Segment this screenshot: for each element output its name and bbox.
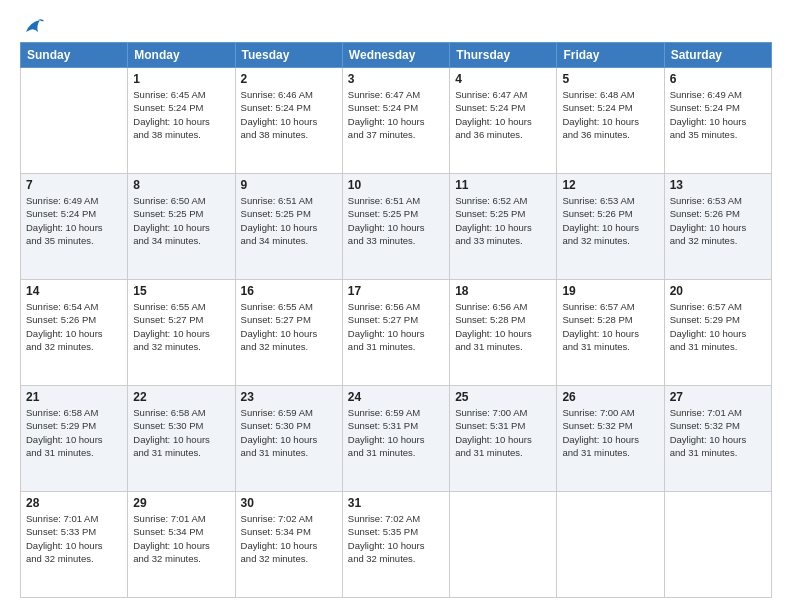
calendar-day-cell [450, 492, 557, 598]
calendar-day-cell: 15Sunrise: 6:55 AM Sunset: 5:27 PM Dayli… [128, 280, 235, 386]
day-info: Sunrise: 6:47 AM Sunset: 5:24 PM Dayligh… [348, 88, 444, 141]
day-number: 31 [348, 496, 444, 510]
calendar-day-cell: 28Sunrise: 7:01 AM Sunset: 5:33 PM Dayli… [21, 492, 128, 598]
calendar-weekday-tuesday: Tuesday [235, 43, 342, 68]
calendar-day-cell: 23Sunrise: 6:59 AM Sunset: 5:30 PM Dayli… [235, 386, 342, 492]
header [20, 18, 772, 32]
day-info: Sunrise: 7:02 AM Sunset: 5:34 PM Dayligh… [241, 512, 337, 565]
calendar-day-cell: 31Sunrise: 7:02 AM Sunset: 5:35 PM Dayli… [342, 492, 449, 598]
day-number: 26 [562, 390, 658, 404]
day-number: 16 [241, 284, 337, 298]
calendar-weekday-saturday: Saturday [664, 43, 771, 68]
calendar-day-cell: 10Sunrise: 6:51 AM Sunset: 5:25 PM Dayli… [342, 174, 449, 280]
day-number: 9 [241, 178, 337, 192]
day-number: 20 [670, 284, 766, 298]
day-info: Sunrise: 6:57 AM Sunset: 5:28 PM Dayligh… [562, 300, 658, 353]
day-number: 18 [455, 284, 551, 298]
calendar-day-cell: 1Sunrise: 6:45 AM Sunset: 5:24 PM Daylig… [128, 68, 235, 174]
day-number: 11 [455, 178, 551, 192]
calendar-week-row: 7Sunrise: 6:49 AM Sunset: 5:24 PM Daylig… [21, 174, 772, 280]
day-info: Sunrise: 6:54 AM Sunset: 5:26 PM Dayligh… [26, 300, 122, 353]
calendar-weekday-friday: Friday [557, 43, 664, 68]
calendar-day-cell: 20Sunrise: 6:57 AM Sunset: 5:29 PM Dayli… [664, 280, 771, 386]
calendar-day-cell: 2Sunrise: 6:46 AM Sunset: 5:24 PM Daylig… [235, 68, 342, 174]
day-info: Sunrise: 6:59 AM Sunset: 5:30 PM Dayligh… [241, 406, 337, 459]
day-info: Sunrise: 7:01 AM Sunset: 5:34 PM Dayligh… [133, 512, 229, 565]
day-number: 27 [670, 390, 766, 404]
day-info: Sunrise: 6:53 AM Sunset: 5:26 PM Dayligh… [670, 194, 766, 247]
calendar-week-row: 21Sunrise: 6:58 AM Sunset: 5:29 PM Dayli… [21, 386, 772, 492]
day-info: Sunrise: 6:59 AM Sunset: 5:31 PM Dayligh… [348, 406, 444, 459]
calendar-day-cell: 7Sunrise: 6:49 AM Sunset: 5:24 PM Daylig… [21, 174, 128, 280]
day-info: Sunrise: 6:51 AM Sunset: 5:25 PM Dayligh… [241, 194, 337, 247]
day-info: Sunrise: 7:00 AM Sunset: 5:31 PM Dayligh… [455, 406, 551, 459]
calendar-day-cell: 29Sunrise: 7:01 AM Sunset: 5:34 PM Dayli… [128, 492, 235, 598]
day-number: 28 [26, 496, 122, 510]
calendar-header-row: SundayMondayTuesdayWednesdayThursdayFrid… [21, 43, 772, 68]
calendar-day-cell: 9Sunrise: 6:51 AM Sunset: 5:25 PM Daylig… [235, 174, 342, 280]
day-info: Sunrise: 6:50 AM Sunset: 5:25 PM Dayligh… [133, 194, 229, 247]
day-info: Sunrise: 6:52 AM Sunset: 5:25 PM Dayligh… [455, 194, 551, 247]
day-number: 25 [455, 390, 551, 404]
calendar-week-row: 28Sunrise: 7:01 AM Sunset: 5:33 PM Dayli… [21, 492, 772, 598]
day-info: Sunrise: 6:57 AM Sunset: 5:29 PM Dayligh… [670, 300, 766, 353]
day-number: 5 [562, 72, 658, 86]
day-number: 19 [562, 284, 658, 298]
calendar-day-cell: 19Sunrise: 6:57 AM Sunset: 5:28 PM Dayli… [557, 280, 664, 386]
calendar-day-cell: 5Sunrise: 6:48 AM Sunset: 5:24 PM Daylig… [557, 68, 664, 174]
calendar-table: SundayMondayTuesdayWednesdayThursdayFrid… [20, 42, 772, 598]
calendar-day-cell: 8Sunrise: 6:50 AM Sunset: 5:25 PM Daylig… [128, 174, 235, 280]
logo [20, 18, 44, 32]
calendar-week-row: 14Sunrise: 6:54 AM Sunset: 5:26 PM Dayli… [21, 280, 772, 386]
day-number: 2 [241, 72, 337, 86]
day-info: Sunrise: 6:45 AM Sunset: 5:24 PM Dayligh… [133, 88, 229, 141]
calendar-day-cell: 6Sunrise: 6:49 AM Sunset: 5:24 PM Daylig… [664, 68, 771, 174]
calendar-weekday-thursday: Thursday [450, 43, 557, 68]
day-number: 29 [133, 496, 229, 510]
day-info: Sunrise: 6:51 AM Sunset: 5:25 PM Dayligh… [348, 194, 444, 247]
day-number: 12 [562, 178, 658, 192]
day-number: 8 [133, 178, 229, 192]
day-info: Sunrise: 6:48 AM Sunset: 5:24 PM Dayligh… [562, 88, 658, 141]
day-number: 10 [348, 178, 444, 192]
calendar-weekday-monday: Monday [128, 43, 235, 68]
calendar-day-cell: 11Sunrise: 6:52 AM Sunset: 5:25 PM Dayli… [450, 174, 557, 280]
day-number: 6 [670, 72, 766, 86]
calendar-day-cell: 21Sunrise: 6:58 AM Sunset: 5:29 PM Dayli… [21, 386, 128, 492]
day-info: Sunrise: 6:55 AM Sunset: 5:27 PM Dayligh… [133, 300, 229, 353]
day-info: Sunrise: 6:49 AM Sunset: 5:24 PM Dayligh… [26, 194, 122, 247]
day-number: 24 [348, 390, 444, 404]
day-info: Sunrise: 6:56 AM Sunset: 5:27 PM Dayligh… [348, 300, 444, 353]
calendar-day-cell: 4Sunrise: 6:47 AM Sunset: 5:24 PM Daylig… [450, 68, 557, 174]
calendar-day-cell: 12Sunrise: 6:53 AM Sunset: 5:26 PM Dayli… [557, 174, 664, 280]
calendar-day-cell: 14Sunrise: 6:54 AM Sunset: 5:26 PM Dayli… [21, 280, 128, 386]
day-number: 7 [26, 178, 122, 192]
day-number: 1 [133, 72, 229, 86]
calendar-day-cell: 18Sunrise: 6:56 AM Sunset: 5:28 PM Dayli… [450, 280, 557, 386]
day-info: Sunrise: 6:58 AM Sunset: 5:30 PM Dayligh… [133, 406, 229, 459]
day-number: 22 [133, 390, 229, 404]
day-info: Sunrise: 7:00 AM Sunset: 5:32 PM Dayligh… [562, 406, 658, 459]
calendar-day-cell: 22Sunrise: 6:58 AM Sunset: 5:30 PM Dayli… [128, 386, 235, 492]
calendar-day-cell [557, 492, 664, 598]
day-info: Sunrise: 6:46 AM Sunset: 5:24 PM Dayligh… [241, 88, 337, 141]
calendar-day-cell: 27Sunrise: 7:01 AM Sunset: 5:32 PM Dayli… [664, 386, 771, 492]
calendar-day-cell: 3Sunrise: 6:47 AM Sunset: 5:24 PM Daylig… [342, 68, 449, 174]
calendar-day-cell [21, 68, 128, 174]
day-info: Sunrise: 6:49 AM Sunset: 5:24 PM Dayligh… [670, 88, 766, 141]
calendar-day-cell: 24Sunrise: 6:59 AM Sunset: 5:31 PM Dayli… [342, 386, 449, 492]
calendar-weekday-wednesday: Wednesday [342, 43, 449, 68]
calendar-weekday-sunday: Sunday [21, 43, 128, 68]
calendar-day-cell: 26Sunrise: 7:00 AM Sunset: 5:32 PM Dayli… [557, 386, 664, 492]
day-info: Sunrise: 7:01 AM Sunset: 5:33 PM Dayligh… [26, 512, 122, 565]
logo-bird-icon [22, 18, 44, 36]
day-number: 15 [133, 284, 229, 298]
calendar-day-cell: 25Sunrise: 7:00 AM Sunset: 5:31 PM Dayli… [450, 386, 557, 492]
calendar-day-cell: 16Sunrise: 6:55 AM Sunset: 5:27 PM Dayli… [235, 280, 342, 386]
day-number: 17 [348, 284, 444, 298]
day-info: Sunrise: 6:55 AM Sunset: 5:27 PM Dayligh… [241, 300, 337, 353]
page: SundayMondayTuesdayWednesdayThursdayFrid… [0, 0, 792, 612]
calendar-day-cell: 17Sunrise: 6:56 AM Sunset: 5:27 PM Dayli… [342, 280, 449, 386]
calendar-week-row: 1Sunrise: 6:45 AM Sunset: 5:24 PM Daylig… [21, 68, 772, 174]
day-info: Sunrise: 6:53 AM Sunset: 5:26 PM Dayligh… [562, 194, 658, 247]
